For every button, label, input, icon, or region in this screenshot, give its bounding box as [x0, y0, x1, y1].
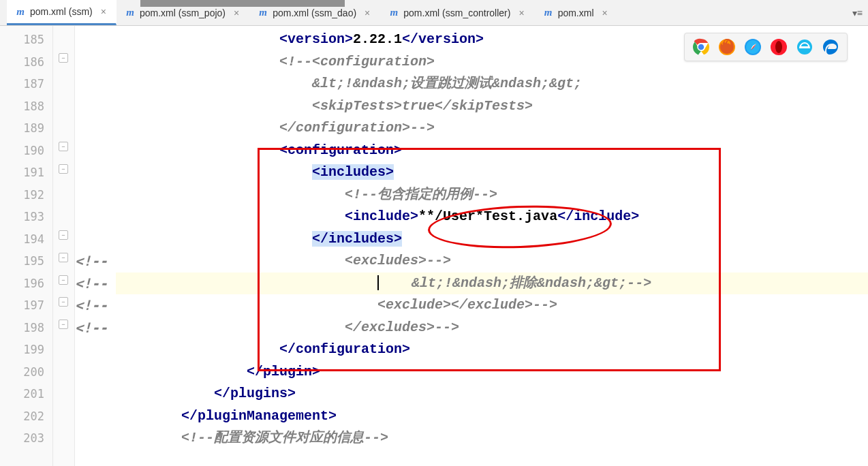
line-number: 201: [0, 383, 52, 405]
editor-tabs: m pom.xml (ssm) × m pom.xml (ssm_pojo) ×…: [0, 0, 868, 26]
tab-label: pom.xml (ssm_dao): [273, 7, 356, 18]
fold-toggle-icon[interactable]: −: [59, 253, 68, 262]
code-line[interactable]: <exclude></exclude>-->: [116, 294, 868, 317]
tab-label: pom.xml (ssm_pojo): [140, 7, 226, 18]
comment-prefix: <!--: [75, 275, 108, 292]
line-number: 203: [0, 427, 52, 450]
maven-icon: m: [543, 7, 554, 18]
browser-launcher-panel: [684, 33, 848, 61]
code-line[interactable]: <includes>: [116, 161, 868, 184]
close-icon[interactable]: ×: [601, 7, 609, 18]
line-number: 196: [0, 273, 52, 295]
line-number: 187: [0, 73, 52, 95]
code-line[interactable]: </pluginManagement>: [116, 405, 868, 428]
line-number: 186: [0, 51, 52, 74]
code-line[interactable]: </configuration>: [116, 339, 868, 361]
code-line[interactable]: </plugin>: [116, 361, 868, 384]
tab-pom-ssm[interactable]: m pom.xml (ssm) ×: [7, 0, 117, 25]
line-number: 198: [0, 317, 52, 339]
line-number: 185: [0, 29, 52, 51]
tab-pom-ssm-controller[interactable]: m pom.xml (ssm_controller) ×: [380, 0, 534, 25]
line-number: 194: [0, 228, 52, 251]
line-number: 200: [0, 361, 52, 384]
tab-label: pom.xml: [558, 7, 594, 18]
tab-pom-xml[interactable]: m pom.xml ×: [535, 0, 618, 25]
line-number: 193: [0, 206, 52, 228]
fold-toggle-icon[interactable]: −: [59, 230, 68, 240]
fold-toggle-icon[interactable]: −: [59, 297, 68, 307]
opera-icon[interactable]: [769, 37, 788, 57]
fold-toggle-icon[interactable]: −: [59, 320, 68, 329]
code-line[interactable]: <include>**/User*Test.java</include>: [116, 206, 868, 228]
fold-toggle-icon[interactable]: −: [59, 53, 68, 63]
tabs-more-icon[interactable]: ▾≡: [847, 0, 868, 25]
line-number: 188: [0, 95, 52, 118]
maven-icon: m: [15, 6, 26, 17]
line-number: 197: [0, 294, 52, 317]
comment-prefix: <!--: [75, 253, 108, 269]
code-line-current[interactable]: &lt;!&ndash;排除&ndash;&gt;-->: [116, 273, 868, 295]
tab-label: pom.xml (ssm_controller): [403, 7, 510, 18]
line-number-gutter: 185 186 187 188 189 190 191 192 193 194 …: [0, 26, 53, 466]
edge-icon[interactable]: [821, 37, 840, 57]
fold-gutter: − − − − − − − −: [53, 26, 75, 466]
code-line[interactable]: </includes>: [116, 228, 868, 251]
close-icon[interactable]: ×: [99, 6, 108, 17]
line-number: 189: [0, 117, 52, 140]
code-line[interactable]: </excludes>-->: [116, 317, 868, 339]
code-line[interactable]: <configuration>: [116, 140, 868, 162]
close-icon[interactable]: ×: [363, 7, 371, 18]
ie-icon[interactable]: [795, 37, 814, 57]
fold-toggle-icon[interactable]: −: [59, 164, 68, 174]
code-line[interactable]: <skipTests>true</skipTests>: [116, 95, 868, 118]
code-line[interactable]: <!--配置资源文件对应的信息-->: [116, 427, 868, 450]
code-area[interactable]: <version>2.22.1</version> <!--<configura…: [116, 26, 868, 466]
line-number: 192: [0, 184, 52, 206]
close-icon[interactable]: ×: [232, 7, 241, 18]
code-line[interactable]: <excludes>-->: [116, 250, 868, 273]
line-number: 195: [0, 250, 52, 273]
code-line[interactable]: <!--包含指定的用例-->: [116, 184, 868, 206]
code-editor[interactable]: 185 186 187 188 189 190 191 192 193 194 …: [0, 26, 868, 466]
fold-toggle-icon[interactable]: −: [59, 142, 68, 151]
top-overlay: [140, 0, 345, 7]
code-line[interactable]: </plugins>: [116, 383, 868, 405]
safari-icon[interactable]: [743, 37, 762, 57]
comment-prefix: <!--: [75, 297, 108, 313]
code-line[interactable]: &lt;!&ndash;设置跳过测试&ndash;&gt;: [116, 73, 868, 95]
line-number: 199: [0, 339, 52, 361]
line-number: 190: [0, 140, 52, 162]
code-line[interactable]: </configuration>-->: [116, 117, 868, 140]
svg-point-7: [775, 41, 782, 53]
prefix-gutter: <!-- <!-- <!-- <!--: [75, 26, 116, 466]
chrome-icon[interactable]: [692, 37, 711, 57]
maven-icon: m: [125, 7, 136, 18]
firefox-icon[interactable]: [717, 37, 737, 57]
comment-prefix: <!--: [75, 320, 108, 336]
maven-icon: m: [388, 7, 399, 18]
line-number: 191: [0, 161, 52, 184]
maven-icon: m: [258, 7, 268, 18]
tab-label: pom.xml (ssm): [30, 6, 93, 17]
close-icon[interactable]: ×: [517, 7, 525, 18]
fold-toggle-icon[interactable]: −: [59, 275, 68, 285]
line-number: 202: [0, 405, 52, 428]
